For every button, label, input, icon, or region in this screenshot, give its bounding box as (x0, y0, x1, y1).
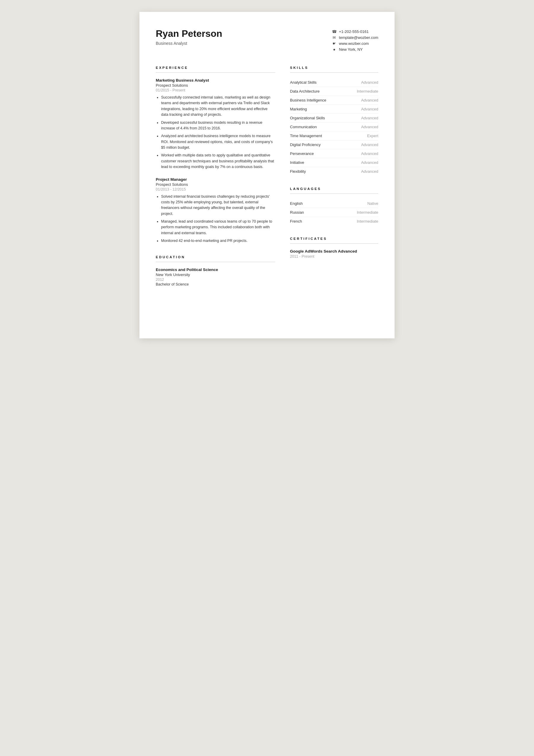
contact-email: ✉ template@wozber.com (332, 35, 378, 40)
contact-info: ☎ +1-202-555-0161 ✉ template@wozber.com … (332, 29, 378, 52)
skill-name-8: Perseverance (290, 151, 314, 156)
candidate-name: Ryan Peterson (156, 28, 222, 39)
cert-title: Google AdWords Search Advanced (290, 249, 379, 254)
candidate-title: Business Analyst (156, 41, 222, 46)
job-2-date: 01/2013 - 12/2015 (156, 187, 275, 191)
header-section: Ryan Peterson Business Analyst ☎ +1-202-… (156, 28, 378, 52)
job-1-bullet-4: Worked with multiple data sets to apply … (161, 152, 275, 170)
skill-name-2: Business Intelligence (290, 98, 326, 102)
skill-name-4: Organizational Skills (290, 116, 325, 120)
skill-name-5: Communication (290, 125, 317, 129)
cert-date: 2011 - Present (290, 255, 379, 258)
languages-divider (290, 194, 379, 194)
skills-section-title: SKILLS (290, 66, 379, 69)
skill-name-9: Initiative (290, 160, 304, 165)
job-2-title: Project Manager (156, 177, 275, 182)
certificates-divider (290, 243, 379, 244)
contact-web: ☛ www.wozber.com (332, 41, 378, 46)
job-2-bullet-2: Managed, lead and coordinated various te… (161, 219, 275, 236)
skills-divider (290, 72, 379, 73)
skill-name-0: Analytical Skills (290, 80, 317, 85)
languages-section: LANGUAGES English Native Russian Interme… (290, 187, 379, 226)
phone-text: +1-202-555-0161 (339, 29, 369, 34)
certificates-section: CERTIFICATES Google AdWords Search Advan… (290, 237, 379, 258)
experience-divider (156, 72, 275, 73)
education-section-title: EDUCATION (156, 255, 275, 259)
skill-row-10: Flexibility Advanced (290, 167, 379, 176)
phone-icon: ☎ (332, 29, 337, 34)
job-1: Marketing Business Analyst Prospect Solu… (156, 78, 275, 170)
skill-row-3: Marketing Advanced (290, 105, 379, 114)
contact-location: ● New York, NY (332, 47, 378, 52)
skill-level-7: Advanced (361, 143, 378, 147)
location-icon: ● (332, 47, 337, 52)
experience-section: EXPERIENCE Marketing Business Analyst Pr… (156, 66, 275, 244)
resume-document: Ryan Peterson Business Analyst ☎ +1-202-… (140, 12, 394, 338)
lang-name-0: English (290, 201, 303, 206)
skill-level-10: Advanced (361, 169, 378, 174)
languages-section-title: LANGUAGES (290, 187, 379, 191)
skill-name-1: Data Architecture (290, 89, 320, 94)
languages-list: English Native Russian Intermediate Fren… (290, 199, 379, 226)
lang-row-0: English Native (290, 199, 379, 208)
lang-level-2: Intermediate (357, 219, 378, 224)
skill-level-3: Advanced (361, 107, 378, 111)
lang-level-0: Native (367, 201, 378, 206)
skill-level-9: Advanced (361, 160, 378, 165)
certificates-section-title: CERTIFICATES (290, 237, 379, 240)
web-icon: ☛ (332, 41, 337, 46)
skill-row-9: Initiative Advanced (290, 158, 379, 167)
skill-name-3: Marketing (290, 107, 307, 111)
skill-name-10: Flexibility (290, 169, 306, 174)
skill-name-7: Digital Proficiency (290, 143, 321, 147)
job-2-bullets: Solved internal financial business chall… (156, 194, 275, 244)
job-2: Project Manager Prospect Solutions 01/20… (156, 177, 275, 244)
job-1-company: Prospect Solutions (156, 83, 275, 88)
job-1-bullets: Successfully connected internal sales, m… (156, 95, 275, 170)
job-2-company: Prospect Solutions (156, 182, 275, 187)
skill-level-4: Advanced (361, 116, 378, 120)
lang-name-1: Russian (290, 210, 304, 215)
skill-level-6: Expert (367, 134, 378, 138)
skill-row-7: Digital Proficiency Advanced (290, 140, 379, 149)
skill-level-8: Advanced (361, 151, 378, 156)
skill-row-6: Time Management Expert (290, 131, 379, 140)
skill-level-1: Intermediate (357, 89, 378, 94)
skills-section: SKILLS Analytical Skills Advanced Data A… (290, 66, 379, 176)
web-text: www.wozber.com (339, 41, 369, 46)
header-left: Ryan Peterson Business Analyst (156, 28, 222, 46)
experience-section-title: EXPERIENCE (156, 66, 275, 69)
skill-level-0: Advanced (361, 80, 378, 85)
email-icon: ✉ (332, 35, 337, 40)
skill-row-4: Organizational Skills Advanced (290, 114, 379, 122)
right-column: SKILLS Analytical Skills Advanced Data A… (290, 66, 379, 298)
edu-year: 2012 (156, 278, 275, 282)
edu-type: Bachelor of Science (156, 282, 275, 286)
education-divider (156, 262, 275, 262)
lang-row-2: French Intermediate (290, 217, 379, 226)
lang-row-1: Russian Intermediate (290, 208, 379, 217)
edu-school: New York University (156, 273, 275, 277)
skill-row-8: Perseverance Advanced (290, 149, 379, 158)
location-text: New York, NY (339, 47, 363, 52)
job-1-bullet-3: Analyzed and architected business intell… (161, 133, 275, 150)
contact-phone: ☎ +1-202-555-0161 (332, 29, 378, 34)
education-section: EDUCATION Economics and Political Scienc… (156, 255, 275, 286)
lang-level-1: Intermediate (357, 210, 378, 215)
body-section: EXPERIENCE Marketing Business Analyst Pr… (156, 66, 378, 298)
skill-name-6: Time Management (290, 134, 322, 138)
lang-name-2: French (290, 219, 302, 224)
skill-row-5: Communication Advanced (290, 122, 379, 131)
skills-list: Analytical Skills Advanced Data Architec… (290, 78, 379, 176)
job-1-bullet-1: Successfully connected internal sales, m… (161, 95, 275, 118)
skill-row-0: Analytical Skills Advanced (290, 78, 379, 87)
email-text: template@wozber.com (339, 35, 378, 40)
job-1-bullet-2: Developed successful business models res… (161, 120, 275, 131)
left-column: EXPERIENCE Marketing Business Analyst Pr… (156, 66, 275, 298)
job-1-date: 01/2015 - Present (156, 88, 275, 92)
job-1-title: Marketing Business Analyst (156, 78, 275, 83)
skill-row-1: Data Architecture Intermediate (290, 87, 379, 96)
skill-row-2: Business Intelligence Advanced (290, 96, 379, 105)
skill-level-2: Advanced (361, 98, 378, 102)
job-2-bullet-3: Monitored 42 end-to-end marketing and PR… (161, 238, 275, 244)
